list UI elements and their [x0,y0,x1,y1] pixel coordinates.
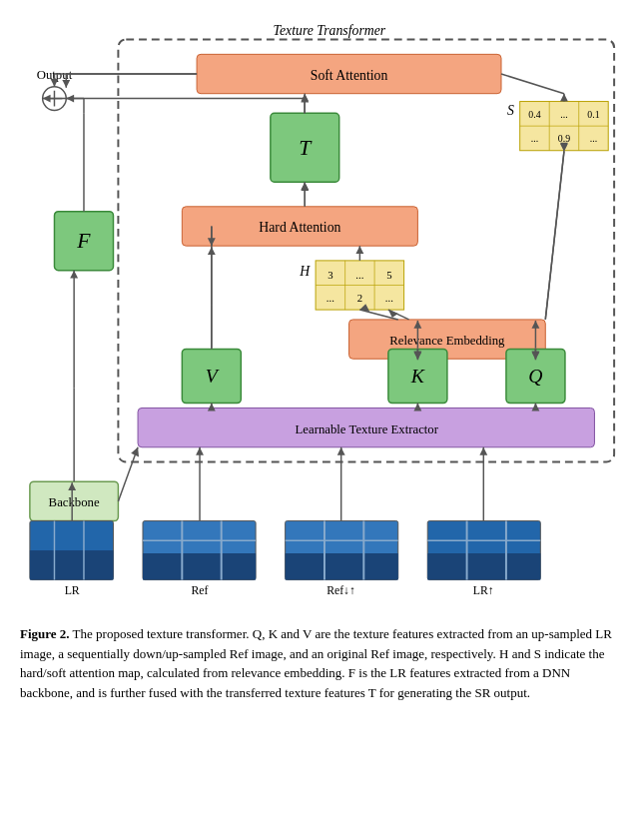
arrowhead-S-SA [560,94,568,102]
S-r1c1: 0.4 [528,109,540,120]
H-r1c3: 5 [386,269,391,281]
Ref-du-water [286,553,398,580]
H-r1c1: 3 [327,269,332,281]
S-matrix-label: S [507,103,514,118]
H-r1c2: ... [355,269,363,281]
figure-number: Figure 2. [20,626,70,641]
arrowhead-to-add [51,79,59,87]
figure-caption: Figure 2. The proposed texture transform… [20,624,624,702]
learnable-texture-label: Learnable Texture Extractor [296,422,439,436]
LR-water [30,550,114,580]
arrow-S-SA-connect [501,74,564,94]
arrowhead-LRup-LTE [479,447,487,455]
arrowhead-H-HA [355,246,363,254]
soft-attention-label: Soft Attention [311,68,388,83]
arrowhead-LTE-K [413,404,421,412]
LR-image-label: LR [65,583,80,597]
backbone-label: Backbone [49,495,100,509]
texture-transformer-label: Texture Transformer [274,23,386,38]
caption-text: The proposed texture transformer. Q, K a… [20,626,612,700]
arrow-bb-LTE [118,447,138,501]
S-r2c1: ... [531,133,538,144]
architecture-diagram: Texture Transformer Output Soft Attentio… [20,15,624,614]
relevance-embedding-label: Relevance Embedding [389,334,505,348]
S-r2c3: ... [590,133,597,144]
Ref-image-label: Ref [192,583,209,597]
LR-up-label: LR↑ [473,583,494,597]
arrowhead-V-HA-correct [208,247,216,255]
S-r1c2: ... [560,109,567,120]
arrowhead-F-add [43,95,51,103]
arrowhead-RE-H [388,310,398,318]
H-r2c2: 2 [357,292,362,304]
arrowhead-Ref-LTE [196,447,204,455]
arrowhead-LTE-V [208,404,216,412]
S-r1c3: 0.1 [587,109,599,120]
H-r2c3: ... [385,292,393,304]
T-label: T [299,136,313,160]
Ref-down-up-label: Ref↓↑ [326,583,355,597]
S-r2c2: 0.9 [558,133,570,144]
arrow-RE-S-correct [545,152,564,320]
H-r2c1: ... [326,292,334,304]
arrowhead-T-plus [66,95,74,103]
V-label: V [206,365,220,387]
arrowhead-bb-F [70,271,78,279]
diagram-container: Texture Transformer Output Soft Attentio… [20,15,624,614]
K-label: K [410,365,425,387]
Q-label: Q [528,365,542,387]
arrowhead-HA-T-correct [301,183,309,191]
dummy2 [54,99,305,114]
F-label: F [76,229,91,253]
H-matrix-label: H [299,264,311,279]
arrowhead-RefDU-LTE [337,447,345,455]
LR-up-water [427,553,540,580]
Ref-water [143,553,256,580]
arrowhead-SA-add [62,80,70,88]
arrowhead-LTE-Q [532,404,540,412]
hard-attention-label: Hard Attention [259,220,340,235]
